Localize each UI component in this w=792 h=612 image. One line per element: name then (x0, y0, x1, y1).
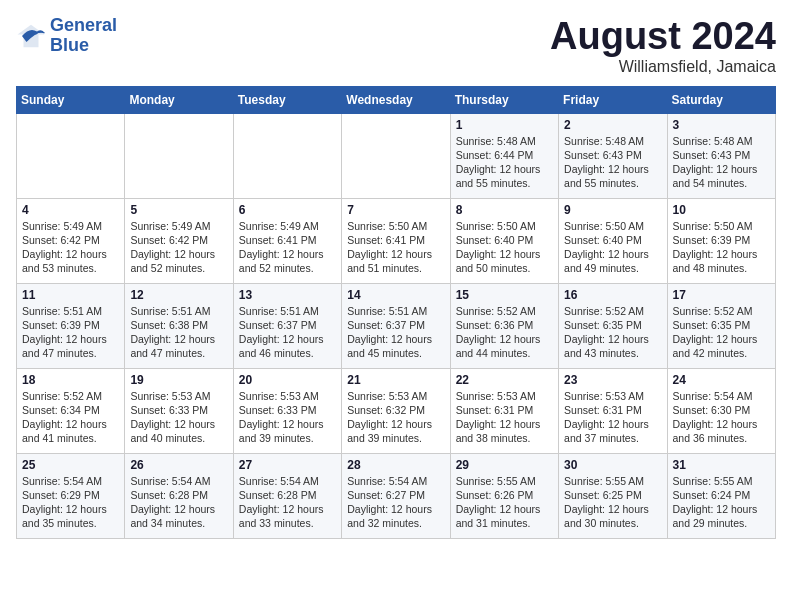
weekday-header-monday: Monday (125, 86, 233, 113)
day-info: Sunrise: 5:54 AM Sunset: 6:30 PM Dayligh… (673, 389, 770, 446)
calendar-cell: 26Sunrise: 5:54 AM Sunset: 6:28 PM Dayli… (125, 453, 233, 538)
calendar-cell: 14Sunrise: 5:51 AM Sunset: 6:37 PM Dayli… (342, 283, 450, 368)
day-info: Sunrise: 5:52 AM Sunset: 6:35 PM Dayligh… (673, 304, 770, 361)
day-number: 7 (347, 203, 444, 217)
day-info: Sunrise: 5:54 AM Sunset: 6:28 PM Dayligh… (130, 474, 227, 531)
calendar-cell: 7Sunrise: 5:50 AM Sunset: 6:41 PM Daylig… (342, 198, 450, 283)
day-number: 9 (564, 203, 661, 217)
day-number: 6 (239, 203, 336, 217)
calendar-cell: 19Sunrise: 5:53 AM Sunset: 6:33 PM Dayli… (125, 368, 233, 453)
calendar-cell: 22Sunrise: 5:53 AM Sunset: 6:31 PM Dayli… (450, 368, 558, 453)
calendar-cell: 30Sunrise: 5:55 AM Sunset: 6:25 PM Dayli… (559, 453, 667, 538)
day-info: Sunrise: 5:54 AM Sunset: 6:29 PM Dayligh… (22, 474, 119, 531)
day-number: 21 (347, 373, 444, 387)
day-info: Sunrise: 5:50 AM Sunset: 6:40 PM Dayligh… (564, 219, 661, 276)
day-number: 24 (673, 373, 770, 387)
day-number: 20 (239, 373, 336, 387)
calendar-cell: 1Sunrise: 5:48 AM Sunset: 6:44 PM Daylig… (450, 113, 558, 198)
calendar-cell: 21Sunrise: 5:53 AM Sunset: 6:32 PM Dayli… (342, 368, 450, 453)
calendar-cell: 5Sunrise: 5:49 AM Sunset: 6:42 PM Daylig… (125, 198, 233, 283)
day-info: Sunrise: 5:53 AM Sunset: 6:33 PM Dayligh… (130, 389, 227, 446)
day-info: Sunrise: 5:55 AM Sunset: 6:26 PM Dayligh… (456, 474, 553, 531)
logo: General Blue (16, 16, 117, 56)
day-info: Sunrise: 5:53 AM Sunset: 6:31 PM Dayligh… (456, 389, 553, 446)
weekday-header-sunday: Sunday (17, 86, 125, 113)
logo-text: General Blue (50, 16, 117, 56)
title-block: August 2024 Williamsfield, Jamaica (550, 16, 776, 76)
weekday-header-tuesday: Tuesday (233, 86, 341, 113)
day-number: 10 (673, 203, 770, 217)
weekday-header-wednesday: Wednesday (342, 86, 450, 113)
day-number: 19 (130, 373, 227, 387)
day-info: Sunrise: 5:51 AM Sunset: 6:39 PM Dayligh… (22, 304, 119, 361)
month-title: August 2024 (550, 16, 776, 58)
day-number: 17 (673, 288, 770, 302)
calendar-cell: 16Sunrise: 5:52 AM Sunset: 6:35 PM Dayli… (559, 283, 667, 368)
logo-icon (16, 21, 46, 51)
day-info: Sunrise: 5:55 AM Sunset: 6:24 PM Dayligh… (673, 474, 770, 531)
weekday-header-saturday: Saturday (667, 86, 775, 113)
day-number: 27 (239, 458, 336, 472)
day-info: Sunrise: 5:53 AM Sunset: 6:32 PM Dayligh… (347, 389, 444, 446)
calendar-cell: 10Sunrise: 5:50 AM Sunset: 6:39 PM Dayli… (667, 198, 775, 283)
day-number: 8 (456, 203, 553, 217)
day-number: 23 (564, 373, 661, 387)
calendar-cell: 3Sunrise: 5:48 AM Sunset: 6:43 PM Daylig… (667, 113, 775, 198)
calendar-cell: 2Sunrise: 5:48 AM Sunset: 6:43 PM Daylig… (559, 113, 667, 198)
calendar-cell: 20Sunrise: 5:53 AM Sunset: 6:33 PM Dayli… (233, 368, 341, 453)
page-header: General Blue August 2024 Williamsfield, … (16, 16, 776, 76)
location: Williamsfield, Jamaica (550, 58, 776, 76)
day-number: 25 (22, 458, 119, 472)
calendar-cell (342, 113, 450, 198)
calendar-cell: 12Sunrise: 5:51 AM Sunset: 6:38 PM Dayli… (125, 283, 233, 368)
calendar-table: SundayMondayTuesdayWednesdayThursdayFrid… (16, 86, 776, 539)
day-info: Sunrise: 5:51 AM Sunset: 6:37 PM Dayligh… (347, 304, 444, 361)
day-info: Sunrise: 5:50 AM Sunset: 6:39 PM Dayligh… (673, 219, 770, 276)
day-number: 30 (564, 458, 661, 472)
day-info: Sunrise: 5:55 AM Sunset: 6:25 PM Dayligh… (564, 474, 661, 531)
day-info: Sunrise: 5:51 AM Sunset: 6:38 PM Dayligh… (130, 304, 227, 361)
day-info: Sunrise: 5:54 AM Sunset: 6:28 PM Dayligh… (239, 474, 336, 531)
day-number: 4 (22, 203, 119, 217)
weekday-header-thursday: Thursday (450, 86, 558, 113)
calendar-cell: 13Sunrise: 5:51 AM Sunset: 6:37 PM Dayli… (233, 283, 341, 368)
day-info: Sunrise: 5:51 AM Sunset: 6:37 PM Dayligh… (239, 304, 336, 361)
day-info: Sunrise: 5:52 AM Sunset: 6:35 PM Dayligh… (564, 304, 661, 361)
day-number: 15 (456, 288, 553, 302)
day-info: Sunrise: 5:52 AM Sunset: 6:34 PM Dayligh… (22, 389, 119, 446)
day-info: Sunrise: 5:53 AM Sunset: 6:33 PM Dayligh… (239, 389, 336, 446)
calendar-header: SundayMondayTuesdayWednesdayThursdayFrid… (17, 86, 776, 113)
day-info: Sunrise: 5:49 AM Sunset: 6:41 PM Dayligh… (239, 219, 336, 276)
day-info: Sunrise: 5:50 AM Sunset: 6:41 PM Dayligh… (347, 219, 444, 276)
day-number: 11 (22, 288, 119, 302)
calendar-cell (233, 113, 341, 198)
day-number: 13 (239, 288, 336, 302)
calendar-cell: 8Sunrise: 5:50 AM Sunset: 6:40 PM Daylig… (450, 198, 558, 283)
day-number: 5 (130, 203, 227, 217)
calendar-cell: 9Sunrise: 5:50 AM Sunset: 6:40 PM Daylig… (559, 198, 667, 283)
day-number: 18 (22, 373, 119, 387)
calendar-cell: 6Sunrise: 5:49 AM Sunset: 6:41 PM Daylig… (233, 198, 341, 283)
day-number: 28 (347, 458, 444, 472)
day-number: 31 (673, 458, 770, 472)
day-number: 14 (347, 288, 444, 302)
day-number: 3 (673, 118, 770, 132)
calendar-cell (17, 113, 125, 198)
calendar-cell: 15Sunrise: 5:52 AM Sunset: 6:36 PM Dayli… (450, 283, 558, 368)
day-info: Sunrise: 5:53 AM Sunset: 6:31 PM Dayligh… (564, 389, 661, 446)
day-number: 22 (456, 373, 553, 387)
day-info: Sunrise: 5:52 AM Sunset: 6:36 PM Dayligh… (456, 304, 553, 361)
day-info: Sunrise: 5:48 AM Sunset: 6:43 PM Dayligh… (564, 134, 661, 191)
day-info: Sunrise: 5:50 AM Sunset: 6:40 PM Dayligh… (456, 219, 553, 276)
calendar-cell: 31Sunrise: 5:55 AM Sunset: 6:24 PM Dayli… (667, 453, 775, 538)
weekday-header-friday: Friday (559, 86, 667, 113)
day-number: 2 (564, 118, 661, 132)
calendar-cell: 27Sunrise: 5:54 AM Sunset: 6:28 PM Dayli… (233, 453, 341, 538)
day-info: Sunrise: 5:54 AM Sunset: 6:27 PM Dayligh… (347, 474, 444, 531)
day-number: 12 (130, 288, 227, 302)
calendar-cell: 28Sunrise: 5:54 AM Sunset: 6:27 PM Dayli… (342, 453, 450, 538)
day-info: Sunrise: 5:49 AM Sunset: 6:42 PM Dayligh… (130, 219, 227, 276)
calendar-cell: 18Sunrise: 5:52 AM Sunset: 6:34 PM Dayli… (17, 368, 125, 453)
day-number: 26 (130, 458, 227, 472)
calendar-cell: 11Sunrise: 5:51 AM Sunset: 6:39 PM Dayli… (17, 283, 125, 368)
